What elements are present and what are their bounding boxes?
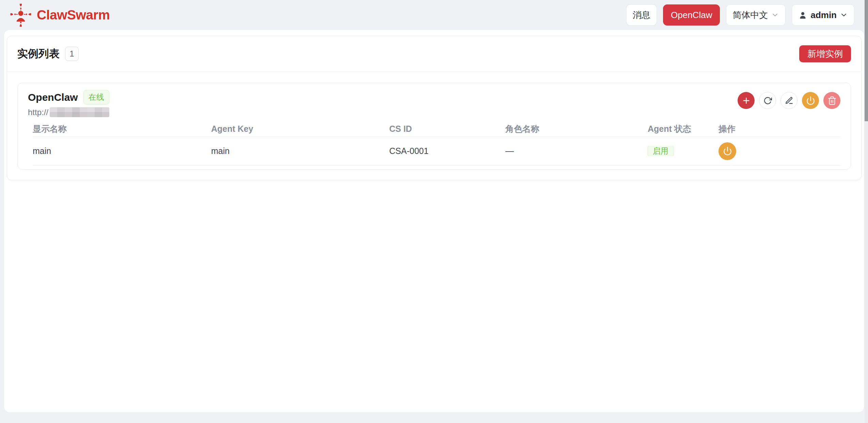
app-logo[interactable]: ClawSwarm xyxy=(9,2,110,28)
enabled-status-badge: 启用 xyxy=(648,146,674,156)
main-content: 实例列表 1 新增实例 OpenClaw 在线 http:// xyxy=(4,30,864,412)
instance-list-header: 实例列表 1 新增实例 xyxy=(7,36,861,72)
add-instance-label: 新增实例 xyxy=(807,48,843,60)
instance-info: OpenClaw 在线 http:// xyxy=(28,90,109,117)
power-toggle-button[interactable] xyxy=(802,92,819,109)
cell-agent-status: 启用 xyxy=(648,146,719,156)
language-label: 简体中文 xyxy=(732,9,768,21)
edit-button[interactable] xyxy=(780,92,798,109)
power-icon xyxy=(723,146,732,156)
top-nav: 消息 OpenClaw 简体中文 admin xyxy=(626,4,854,26)
instance-url: http:// xyxy=(28,107,109,117)
messages-button[interactable]: 消息 xyxy=(626,4,657,26)
app-title: ClawSwarm xyxy=(37,7,110,22)
table-row: main main CSA-0001 — 启用 xyxy=(33,137,840,166)
cell-actions xyxy=(719,142,840,160)
chevron-down-icon xyxy=(771,11,779,19)
agents-table: 显示名称 Agent Key CS ID 角色名称 Agent 状态 操作 ma… xyxy=(28,121,840,166)
col-role-name: 角色名称 xyxy=(505,123,648,135)
add-instance-button[interactable]: 新增实例 xyxy=(799,45,851,62)
user-name: admin xyxy=(810,10,837,20)
instance-card: OpenClaw 在线 http:// xyxy=(17,83,851,170)
col-agent-key: Agent Key xyxy=(211,124,389,134)
top-header: ClawSwarm 消息 OpenClaw 简体中文 admin xyxy=(0,0,863,30)
col-actions: 操作 xyxy=(719,123,840,135)
delete-instance-button[interactable] xyxy=(823,92,840,109)
col-agent-status: Agent 状态 xyxy=(648,123,719,135)
row-power-toggle-button[interactable] xyxy=(719,142,736,160)
refresh-button[interactable] xyxy=(759,92,776,109)
redacted-url-blur xyxy=(50,107,109,117)
user-menu[interactable]: admin xyxy=(792,4,854,26)
refresh-icon xyxy=(763,96,772,105)
cell-cs-id: CSA-0001 xyxy=(389,146,505,156)
cell-agent-key: main xyxy=(211,146,389,156)
instance-count-badge: 1 xyxy=(65,47,79,61)
pencil-icon xyxy=(785,96,793,105)
openclaw-nav-button[interactable]: OpenClaw xyxy=(663,4,720,26)
instance-name: OpenClaw xyxy=(28,92,78,103)
openclaw-nav-label: OpenClaw xyxy=(671,10,712,20)
instance-actions xyxy=(733,92,840,117)
col-display-name: 显示名称 xyxy=(33,123,211,135)
cell-display-name: main xyxy=(33,146,211,156)
person-icon xyxy=(798,11,807,20)
chevron-down-icon xyxy=(840,11,848,19)
power-icon xyxy=(806,96,815,105)
online-status-badge: 在线 xyxy=(83,90,109,105)
col-cs-id: CS ID xyxy=(389,124,505,134)
instance-list-card: 实例列表 1 新增实例 OpenClaw 在线 http:// xyxy=(7,36,862,180)
url-prefix: http:// xyxy=(28,108,48,117)
cell-role-name: — xyxy=(505,146,648,156)
clawswarm-logo-icon xyxy=(9,2,33,28)
plus-icon xyxy=(742,96,751,105)
trash-icon xyxy=(827,96,837,105)
table-header-row: 显示名称 Agent Key CS ID 角色名称 Agent 状态 操作 xyxy=(33,121,840,137)
add-agent-button[interactable] xyxy=(738,92,755,109)
language-select[interactable]: 简体中文 xyxy=(726,4,786,26)
page-title: 实例列表 xyxy=(17,47,60,61)
messages-label: 消息 xyxy=(633,9,650,21)
scrollbar-thumb[interactable] xyxy=(865,0,868,121)
